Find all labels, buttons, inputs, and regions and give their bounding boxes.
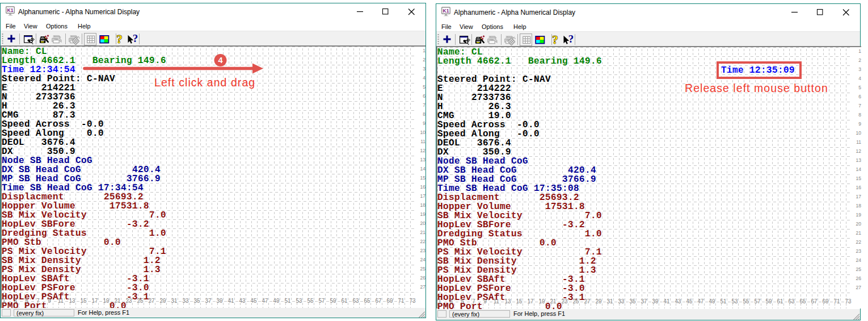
svg-text:K1: K1 bbox=[443, 8, 449, 14]
svg-text:K1: K1 bbox=[7, 7, 14, 13]
svg-text:?: ? bbox=[133, 32, 138, 44]
svg-text:4: 4 bbox=[218, 56, 222, 65]
svg-text:?: ? bbox=[568, 33, 574, 45]
svg-text:?: ? bbox=[116, 32, 123, 46]
svg-text:?: ? bbox=[552, 33, 558, 47]
